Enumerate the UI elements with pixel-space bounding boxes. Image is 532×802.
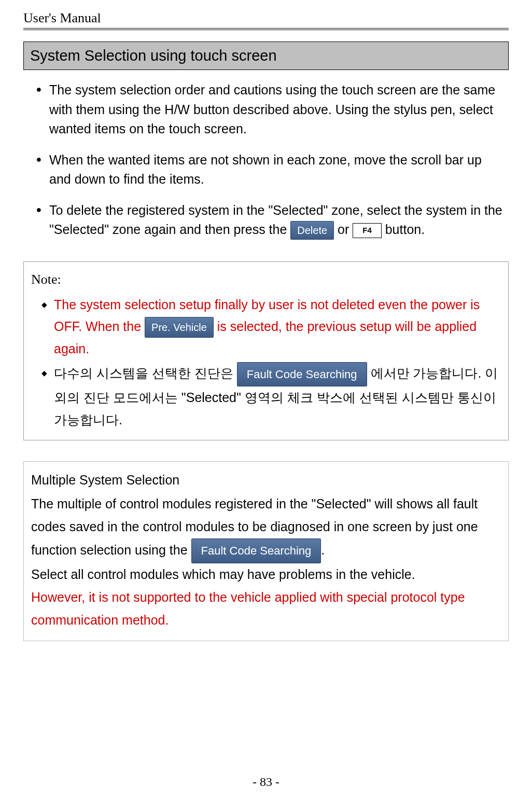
- text-fragment: To delete the registered system in the "…: [49, 203, 502, 237]
- diamond-icon: ◆: [41, 294, 54, 360]
- section-header: System Selection using touch screen: [23, 42, 509, 70]
- bullet-item: ● The system selection order and caution…: [29, 80, 503, 139]
- text-fragment: 다수의 시스템을 선택한 진단은: [54, 366, 237, 380]
- note-text: 다수의 시스템을 선택한 진단은 Fault Code Searching 에서…: [54, 362, 501, 431]
- diamond-icon: ◆: [41, 362, 54, 431]
- header-title: User's Manual: [23, 10, 509, 28]
- multi-system-box: Multiple System Selection The multiple o…: [23, 461, 509, 641]
- note-box: Note: ◆ The system selection setup final…: [23, 261, 509, 440]
- text-fragment: or: [338, 222, 353, 237]
- bullet-text: When the wanted items are not shown in e…: [49, 150, 503, 189]
- multi-title: Multiple System Selection: [31, 469, 501, 492]
- bullet-text: To delete the registered system in the "…: [49, 201, 503, 240]
- bullet-list: ● The system selection order and caution…: [23, 70, 509, 256]
- multi-line: Select all control modules which may hav…: [31, 563, 501, 586]
- note-item: ◆ 다수의 시스템을 선택한 진단은 Fault Code Searching …: [31, 362, 501, 431]
- bullet-icon: ●: [29, 80, 49, 139]
- delete-button[interactable]: Delete: [290, 221, 334, 240]
- bullet-item: ● When the wanted items are not shown in…: [29, 150, 503, 189]
- fault-code-searching-button[interactable]: Fault Code Searching: [237, 362, 367, 386]
- bullet-icon: ●: [29, 201, 49, 240]
- multi-body: The multiple of control modules register…: [31, 493, 501, 563]
- text-fragment: .: [321, 542, 325, 557]
- note-item: ◆ The system selection setup finally by …: [31, 294, 501, 360]
- text-fragment: button.: [385, 222, 425, 237]
- f4-button[interactable]: F4: [353, 223, 382, 238]
- pre-vehicle-button[interactable]: Pre. Vehicle: [145, 317, 214, 338]
- bullet-item: ● To delete the registered system in the…: [29, 201, 503, 240]
- page-number: - 83 -: [0, 775, 532, 789]
- note-text: The system selection setup finally by us…: [54, 294, 501, 360]
- note-label: Note:: [31, 268, 501, 291]
- header-divider: [23, 28, 509, 30]
- multi-warning: However, it is not supported to the vehi…: [31, 586, 501, 632]
- fault-code-searching-button[interactable]: Fault Code Searching: [191, 538, 321, 564]
- bullet-text: The system selection order and cautions …: [49, 80, 503, 139]
- bullet-icon: ●: [29, 150, 49, 189]
